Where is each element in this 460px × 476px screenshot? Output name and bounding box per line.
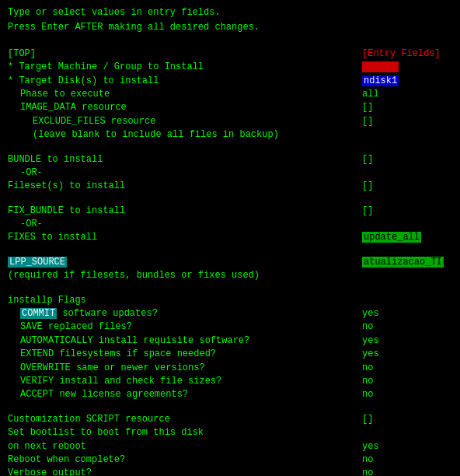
- phase-label: Phase to execute: [8, 88, 359, 101]
- image-data-label: IMAGE_DATA resource: [8, 101, 359, 114]
- leave-blank-row: (leave blank to include all files in bac…: [8, 128, 452, 142]
- save-row: SAVE replaced files? no: [8, 320, 452, 334]
- bundle-label: BUNDLE to install: [8, 153, 359, 166]
- lpp-label-highlight: LPP_SOURCE: [8, 257, 67, 268]
- lpp-field[interactable]: atualizacao_TI: [362, 257, 444, 268]
- next-reboot-row: on next reboot yes: [8, 440, 452, 453]
- overwrite-label: OVERWRITE same or newer versions?: [8, 362, 359, 375]
- commit-value[interactable]: yes: [359, 307, 452, 320]
- image-data-value[interactable]: []: [359, 101, 452, 114]
- exclude-files-row: EXCLUDE_FILES resource []: [8, 115, 452, 128]
- extend-value[interactable]: yes: [359, 348, 452, 361]
- reboot-value[interactable]: no: [359, 453, 452, 467]
- accept-row: ACCEPT new license agreements? no: [8, 388, 452, 401]
- top-label: [TOP]: [8, 47, 36, 61]
- target-disk-value[interactable]: ndisk1: [359, 75, 452, 88]
- target-disk-row: * Target Disk(s) to install ndisk1: [8, 75, 452, 88]
- extend-row: EXTEND filesystems if space needed? yes: [8, 348, 452, 361]
- bundle-or-label: -OR-: [8, 166, 452, 180]
- auto-label: AUTOMATICALLY install requisite software…: [8, 334, 359, 348]
- verbose-label: Verbose output?: [8, 467, 359, 476]
- lpp-row: LPP_SOURCE atualizacao_TI: [8, 256, 452, 269]
- commit-highlight: COMMIT: [20, 308, 57, 319]
- overwrite-row: OVERWRITE same or newer versions? no: [8, 362, 452, 375]
- header: Type or select values in entry fields. P…: [8, 6, 452, 35]
- phase-value: all: [359, 88, 452, 101]
- target-machine-row: * Target Machine / Group to Install: [8, 61, 452, 74]
- commit-label: COMMIT software updates?: [8, 307, 359, 320]
- image-data-row: IMAGE_DATA resource []: [8, 101, 452, 114]
- target-machine-field[interactable]: [362, 61, 399, 72]
- lpp-value[interactable]: atualizacao_TI: [359, 256, 452, 269]
- script-value[interactable]: []: [359, 413, 452, 426]
- fileset-value[interactable]: []: [359, 180, 452, 193]
- accept-label: ACCEPT new license agreements?: [8, 388, 359, 401]
- overwrite-value[interactable]: no: [359, 362, 452, 375]
- bootlist-label: Set bootlist to boot from this disk: [8, 426, 452, 439]
- exclude-files-label: EXCLUDE_FILES resource: [8, 115, 359, 128]
- next-reboot-label: on next reboot: [8, 440, 359, 453]
- installp-flags-title: installp Flags: [8, 294, 452, 307]
- verbose-value[interactable]: no: [359, 467, 452, 476]
- fix-or-label: -OR-: [8, 218, 452, 231]
- bundle-value[interactable]: []: [359, 153, 452, 166]
- auto-value[interactable]: yes: [359, 334, 452, 348]
- lpp-note-row: (required if filesets, bundles or fixes …: [8, 269, 452, 282]
- bundle-row: BUNDLE to install []: [8, 153, 452, 166]
- lpp-label: LPP_SOURCE: [8, 256, 359, 269]
- installp-flags-title-row: installp Flags: [8, 294, 452, 307]
- entry-fields-label: [Entry Fields]: [359, 47, 452, 61]
- bootlist-row: Set bootlist to boot from this disk: [8, 426, 452, 439]
- verify-row: VERIFY install and check file sizes? no: [8, 375, 452, 388]
- extend-label: EXTEND filesystems if space needed?: [8, 348, 359, 361]
- save-value[interactable]: no: [359, 320, 452, 334]
- fileset-row: Fileset(s) to install []: [8, 180, 452, 193]
- lpp-note-label: (required if filesets, bundles or fixes …: [8, 269, 452, 282]
- leave-blank-label: (leave blank to include all files in bac…: [8, 128, 452, 142]
- top-row: [TOP] [Entry Fields]: [8, 47, 452, 61]
- fix-or-row: -OR-: [8, 218, 452, 231]
- fix-bundle-row: FIX_BUNDLE to install []: [8, 205, 452, 218]
- target-machine-value[interactable]: [359, 61, 452, 74]
- auto-row: AUTOMATICALLY install requisite software…: [8, 334, 452, 348]
- fixes-field[interactable]: update_all: [362, 232, 421, 243]
- reboot-row: Reboot when complete? no: [8, 453, 452, 467]
- fix-bundle-label: FIX_BUNDLE to install: [8, 205, 359, 218]
- script-label: Customization SCRIPT resource: [8, 413, 359, 426]
- verify-value[interactable]: no: [359, 375, 452, 388]
- commit-row: COMMIT software updates? yes: [8, 307, 452, 320]
- header-line2: Press Enter AFTER making all desired cha…: [8, 21, 452, 34]
- target-machine-label: * Target Machine / Group to Install: [8, 61, 359, 74]
- accept-value[interactable]: no: [359, 388, 452, 401]
- fixes-value[interactable]: update_all: [359, 231, 452, 244]
- fixes-row: FIXES to install update_all: [8, 231, 452, 244]
- script-row: Customization SCRIPT resource []: [8, 413, 452, 426]
- bundle-or-row: -OR-: [8, 166, 452, 180]
- fix-bundle-value[interactable]: []: [359, 205, 452, 218]
- fileset-label: Fileset(s) to install: [8, 180, 359, 193]
- verify-label: VERIFY install and check file sizes?: [8, 375, 359, 388]
- target-disk-field[interactable]: ndisk1: [362, 75, 399, 86]
- target-disk-label: * Target Disk(s) to install: [8, 75, 359, 88]
- next-reboot-value[interactable]: yes: [359, 440, 452, 453]
- exclude-files-value[interactable]: []: [359, 115, 452, 128]
- fixes-label: FIXES to install: [8, 231, 359, 244]
- verbose-row: Verbose output? no: [8, 467, 452, 476]
- header-line1: Type or select values in entry fields.: [8, 6, 452, 19]
- reboot-label: Reboot when complete?: [8, 453, 359, 467]
- save-label: SAVE replaced files?: [8, 320, 359, 334]
- phase-row: Phase to execute all: [8, 88, 452, 101]
